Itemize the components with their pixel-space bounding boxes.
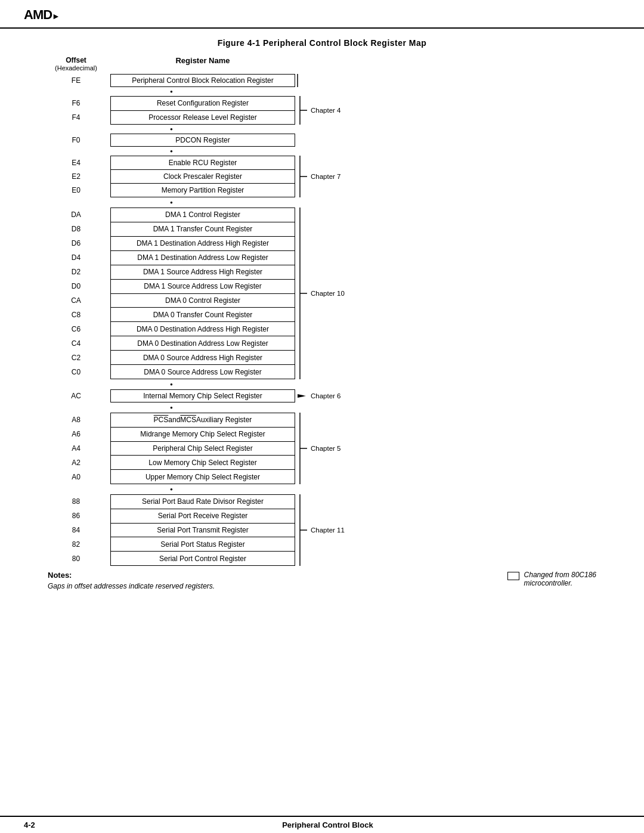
- offset-c0: C0: [48, 365, 104, 379]
- group-serial: 88 86 84 82 80 Serial Port Baud Rate Div…: [48, 494, 620, 566]
- reg-int-mem-cs: Internal Memory Chip Select Register: [110, 389, 295, 402]
- register-map: FE Peripheral Control Block Relocation R…: [48, 74, 620, 566]
- offset-c8: C8: [48, 308, 104, 322]
- reg-dma0-sal: DMA 0 Source Address Low Register: [110, 365, 295, 379]
- offset-82: 82: [48, 537, 104, 552]
- arrow-svg-ch6: [298, 389, 309, 402]
- legend-box: [507, 572, 519, 580]
- notes-text: Gaps in offset addresses indicate reserv…: [48, 582, 215, 590]
- reg-dma1-tc: DMA 1 Transfer Count Register: [110, 222, 295, 237]
- sep-5: ●: [48, 379, 295, 389]
- offset-a8: A8: [48, 413, 104, 427]
- sep-4: ●: [48, 197, 295, 208]
- sep-3: ●: [48, 147, 295, 156]
- offset-d4: D4: [48, 250, 104, 265]
- reg-dma0-ctrl: DMA 0 Control Register: [110, 294, 295, 308]
- offset-da: DA: [48, 208, 104, 222]
- chapter5-label: Chapter 5: [311, 445, 341, 452]
- reg-reset-config: Reset Configuration Register: [110, 96, 295, 111]
- notes-left: Notes: Gaps in offset addresses indicate…: [48, 571, 215, 590]
- group-f6f4: F6 F4 Reset Configuration Register Proce…: [48, 96, 620, 125]
- notes-area: Notes: Gaps in offset addresses indicate…: [24, 566, 620, 594]
- arrow-ch6: Chapter 6: [298, 389, 345, 402]
- legend-text: Changed from 80C186microcontroller.: [524, 571, 596, 587]
- offset-header: Offset (Hexadecimal): [48, 56, 104, 72]
- offset-88: 88: [48, 494, 104, 509]
- reg-serial-rx: Serial Port Receive Register: [110, 509, 295, 524]
- footer: 4-2 Peripheral Control Block: [0, 816, 644, 833]
- reg-proc-release: Processor Release Level Register: [110, 111, 295, 125]
- chapter6-label: Chapter 6: [311, 392, 341, 400]
- connector-line-fe: [295, 74, 300, 87]
- reg-pdcon: PDCON Register: [110, 134, 295, 147]
- brace-ch10: Chapter 10: [298, 208, 339, 379]
- reg-dma1-sal: DMA 1 Source Address Low Register: [110, 280, 295, 294]
- group-dma: DA D8 D6 D4 D2 D0 CA C8 C6 C4 C2 C0 DMA …: [48, 208, 620, 379]
- group-e4e2e0: E4 E2 E0 Enable RCU Register Clock Presc…: [48, 156, 620, 197]
- reg-dma1-ctrl: DMA 1 Control Register: [110, 208, 295, 222]
- chapter11-label: Chapter 11: [311, 527, 345, 534]
- reg-upper-mcs: Upper Memory Chip Select Register: [110, 470, 295, 484]
- reg-serial-tx: Serial Port Transmit Register: [110, 524, 295, 538]
- reg-dma1-dah: DMA 1 Destination Address High Register: [110, 237, 295, 251]
- chapter4-label: Chapter 4: [311, 107, 341, 114]
- offset-f6: F6: [48, 96, 104, 110]
- sep-2: ●: [48, 125, 295, 134]
- column-headers: Offset (Hexadecimal) Register Name: [48, 56, 620, 72]
- reg-peri-cs: Peripheral Chip Select Register: [110, 442, 295, 456]
- reg-serial-ctrl: Serial Port Control Register: [110, 552, 295, 566]
- offset-d8: D8: [48, 222, 104, 236]
- offset-80: 80: [48, 552, 104, 566]
- offset-d6: D6: [48, 236, 104, 250]
- reg-clock-prescaler: Clock Prescaler Register: [110, 170, 295, 184]
- reg-pcb-reloc: Peripheral Control Block Relocation Regi…: [110, 74, 295, 87]
- sep-1: ●: [48, 87, 295, 96]
- group-f0: F0 PDCON Register: [48, 134, 620, 147]
- offset-f4: F4: [48, 110, 104, 125]
- reg-dma1-dal: DMA 1 Destination Address Low Register: [110, 251, 295, 265]
- offset-e2: E2: [48, 169, 104, 183]
- amd-logo: AMD►: [24, 7, 60, 23]
- reg-pcs-mcs-aux: PCS and MCS Auxiliary Register: [110, 413, 295, 428]
- group-ac: AC Internal Memory Chip Select Register …: [48, 389, 620, 402]
- group-a8-a0: A8 A6 A4 A2 A0 PCS and MCS Auxiliary Reg…: [48, 413, 620, 484]
- offset-f0: F0: [48, 134, 104, 147]
- offset-fe: FE: [48, 74, 104, 87]
- reg-memory-partition: Memory Partition Register: [110, 184, 295, 197]
- chapter10-label: Chapter 10: [311, 290, 345, 297]
- reg-serial-status: Serial Port Status Register: [110, 537, 295, 552]
- offset-ca: CA: [48, 293, 104, 308]
- offset-a4: A4: [48, 441, 104, 456]
- offset-d2: D2: [48, 265, 104, 279]
- offset-e0: E0: [48, 184, 104, 197]
- sep-7: ●: [48, 484, 295, 494]
- reg-dma0-sah: DMA 0 Source Address High Register: [110, 351, 295, 365]
- reg-dma0-dah: DMA 0 Destination Address High Register: [110, 322, 295, 336]
- content-area: Figure 4-1 Peripheral Control Block Regi…: [0, 29, 644, 816]
- offset-c2: C2: [48, 351, 104, 365]
- footer-center: Peripheral Control Block: [282, 820, 373, 829]
- brace-ch4: Chapter 4: [298, 96, 333, 125]
- offset-d0: D0: [48, 279, 104, 293]
- brace-ch5: Chapter 5: [298, 413, 339, 484]
- group-fe: FE Peripheral Control Block Relocation R…: [48, 74, 620, 87]
- reg-low-mcs: Low Memory Chip Select Register: [110, 456, 295, 470]
- offset-84: 84: [48, 523, 104, 537]
- notes-title: Notes:: [48, 571, 215, 580]
- notes-right: Changed from 80C186microcontroller.: [507, 571, 596, 587]
- reg-enable-rcu: Enable RCU Register: [110, 156, 295, 170]
- offset-c6: C6: [48, 322, 104, 336]
- offset-a2: A2: [48, 456, 104, 470]
- chapter7-label: Chapter 7: [311, 173, 341, 180]
- mcs-text: MCS: [180, 416, 196, 424]
- footer-left: 4-2: [24, 820, 35, 829]
- offset-a0: A0: [48, 470, 104, 484]
- reg-midrange-mcs: Midrange Memory Chip Select Register: [110, 428, 295, 442]
- reg-dma1-sah: DMA 1 Source Address High Register: [110, 265, 295, 280]
- reg-serial-baud: Serial Port Baud Rate Divisor Register: [110, 494, 295, 509]
- figure-title: Figure 4-1 Peripheral Control Block Regi…: [24, 38, 620, 48]
- header: AMD►: [0, 0, 644, 29]
- offset-86: 86: [48, 509, 104, 523]
- offset-ac: AC: [48, 389, 104, 402]
- offset-a6: A6: [48, 427, 104, 441]
